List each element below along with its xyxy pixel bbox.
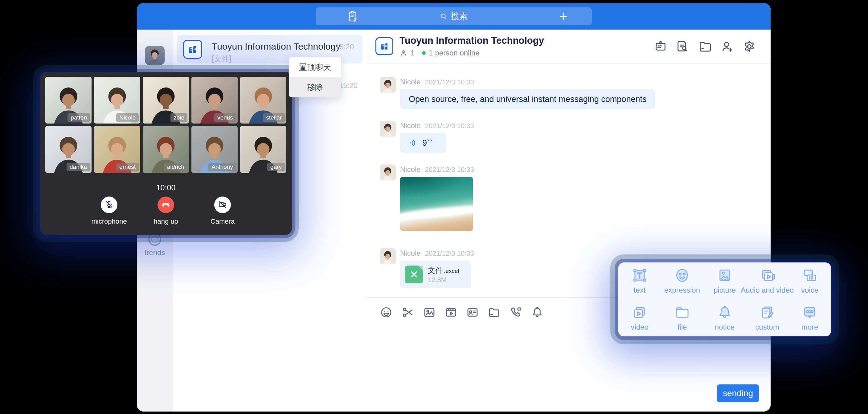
sender-avatar[interactable]	[380, 164, 396, 181]
sender-avatar[interactable]	[380, 121, 396, 137]
call-control-Camera: Camera	[204, 196, 241, 225]
hang-up-icon	[161, 199, 171, 211]
feature-video[interactable]: video	[618, 299, 661, 337]
more-feature-icon	[802, 304, 818, 320]
participant-video-tile: Nicole	[94, 77, 140, 124]
participant-grid: patton Nicole zoie venus ste	[45, 77, 286, 173]
feature-picture[interactable]: picture	[704, 262, 746, 299]
participant-video-tile: patton	[45, 77, 92, 124]
call-icon[interactable]	[509, 306, 522, 319]
plus-icon[interactable]	[559, 11, 568, 21]
feature-expression[interactable]: expression	[661, 262, 704, 299]
file-archive-icon[interactable]	[698, 39, 712, 54]
sidebar-item-trends[interactable]: trends	[137, 233, 173, 257]
voice-feature-icon	[802, 267, 818, 283]
participant-video-tile: danika	[45, 126, 92, 173]
menu-item-remove[interactable]: 移除	[289, 77, 341, 97]
message-image: Nicole 2021/12/3 10:33	[380, 164, 770, 231]
chat-record-icon[interactable]	[676, 39, 690, 54]
menu-item-pin-chat[interactable]: 置顶聊天	[289, 57, 341, 77]
sender-avatar[interactable]	[380, 77, 396, 93]
announcement-icon[interactable]	[653, 39, 668, 54]
search-input[interactable]: 搜索	[316, 7, 592, 25]
trends-label: trends	[137, 248, 173, 257]
send-button[interactable]: sending	[717, 384, 759, 402]
members-icon	[400, 49, 407, 57]
chat-header-actions	[653, 39, 756, 54]
feature-label: more	[801, 323, 818, 331]
feature-label: file	[678, 323, 687, 331]
voice-bubble[interactable]: 9``	[400, 133, 446, 153]
call-control-microphone: microphone	[91, 196, 128, 225]
online-status: 1 person online	[429, 49, 479, 57]
page-background: 搜索 trend	[0, 0, 868, 414]
top-bar: 搜索	[137, 3, 771, 30]
conversation-title: Tuoyun Information Technology	[212, 41, 347, 52]
participant-name-tag: venus	[214, 114, 236, 122]
emoji-icon[interactable]	[380, 306, 393, 319]
message-time: 2021/12/3 10:33	[425, 78, 474, 86]
image-icon[interactable]	[423, 306, 436, 319]
chat-header: Tuoyun Information Technology 1 1 person…	[367, 30, 771, 64]
message-time: 2021/12/3 10:33	[425, 250, 474, 257]
feature-label: voice	[801, 286, 818, 294]
expression-feature-icon	[674, 267, 690, 283]
message-type-panel: text expression picture Audio and video …	[618, 262, 831, 337]
video-clip-icon[interactable]	[444, 306, 458, 319]
file-name: 文件	[428, 266, 443, 275]
feature-more[interactable]: more	[788, 299, 831, 337]
chat-meta: 1 1 person online	[400, 49, 479, 57]
feature-label: text	[634, 286, 646, 294]
folder-icon[interactable]	[488, 306, 501, 319]
feature-text[interactable]: text	[618, 262, 661, 299]
sender-name: Nicole	[400, 249, 421, 257]
file-feature-icon	[674, 304, 690, 320]
excel-file-icon: ✕	[405, 265, 423, 283]
feature-label: video	[631, 323, 648, 331]
group-building-icon	[375, 37, 393, 55]
feature-voice[interactable]: voice	[788, 262, 831, 299]
participant-name-tag: patton	[67, 114, 90, 122]
search-placeholder-wrap: 搜索	[316, 7, 592, 25]
chat-area: Tuoyun Information Technology 1 1 person…	[367, 30, 771, 412]
microphone-off-button[interactable]	[101, 196, 118, 213]
voice-duration: 9``	[422, 138, 432, 148]
feature-notice[interactable]: notice	[704, 299, 746, 337]
feature-label: custom	[755, 323, 779, 331]
participant-name-tag: stellar	[263, 114, 285, 122]
contact-card-icon[interactable]	[466, 306, 479, 319]
text-feature-icon	[631, 267, 648, 283]
feature-file[interactable]: file	[661, 299, 704, 337]
participant-name-tag: ernest	[116, 163, 139, 171]
feature-custom[interactable]: custom	[746, 299, 788, 337]
camera-off-icon	[218, 200, 227, 210]
conversation-time: 15:20	[335, 42, 354, 51]
participant-video-tile: venus	[191, 77, 238, 124]
sender-name: Nicole	[400, 121, 421, 130]
settings-icon[interactable]	[742, 39, 756, 54]
feature-label: Audio and video	[741, 286, 794, 294]
avatar-illustration	[145, 46, 164, 65]
video-feature-icon	[631, 304, 648, 320]
participant-name-tag: aldrich	[164, 163, 187, 171]
message-time: 2021/12/3 10:33	[425, 166, 474, 174]
file-extension: .excel	[444, 268, 459, 274]
participant-video-tile: ernest	[94, 126, 140, 173]
participant-video-tile: stellar	[240, 77, 286, 124]
current-user-avatar[interactable]	[145, 46, 164, 65]
add-member-icon[interactable]	[720, 39, 734, 54]
sender-name: Nicole	[400, 77, 421, 86]
sender-avatar[interactable]	[380, 248, 396, 264]
call-control-label: Camera	[204, 218, 241, 225]
conversation-context-menu: 置顶聊天 移除	[289, 57, 341, 97]
camera-off-button[interactable]	[214, 196, 231, 213]
hang-up-button[interactable]	[157, 196, 174, 213]
feature-audio-and-video[interactable]: Audio and video	[746, 262, 788, 299]
participant-name-tag: gary	[267, 163, 285, 171]
notification-icon[interactable]	[531, 306, 544, 319]
beach-photo-message[interactable]	[400, 177, 473, 231]
screenshot-icon[interactable]	[401, 306, 414, 319]
participant-video-tile: aldrich	[143, 126, 189, 173]
feature-label: picture	[714, 286, 736, 294]
file-message-card[interactable]: ✕ 文件.excel 12.8M	[400, 261, 471, 288]
